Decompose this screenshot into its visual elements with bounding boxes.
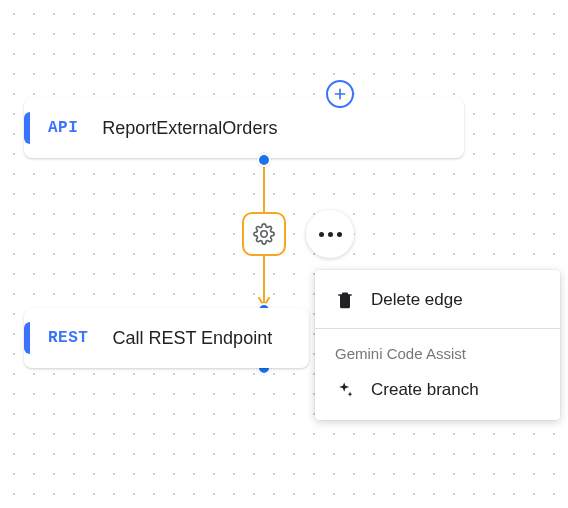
edge-more-button[interactable] [306, 210, 354, 258]
menu-item-label: Create branch [371, 380, 479, 400]
menu-item-label: Delete edge [371, 290, 463, 310]
node-api[interactable]: API ReportExternalOrders [24, 98, 464, 158]
add-node-button[interactable] [326, 80, 354, 108]
edge-settings-button[interactable] [242, 212, 286, 256]
gear-icon [253, 223, 275, 245]
flow-canvas[interactable]: API ReportExternalOrders REST Call REST … [0, 0, 568, 508]
kebab-dot [319, 232, 324, 237]
menu-item-create-branch[interactable]: Create branch [315, 368, 560, 412]
kebab-dot [328, 232, 333, 237]
edge-context-menu: Delete edge Gemini Code Assist Create br… [315, 270, 560, 420]
kebab-dot [337, 232, 342, 237]
port-out-api[interactable] [257, 153, 271, 167]
node-rest[interactable]: REST Call REST Endpoint [24, 308, 309, 368]
node-title: ReportExternalOrders [102, 118, 277, 139]
menu-item-delete-edge[interactable]: Delete edge [315, 278, 560, 322]
node-title: Call REST Endpoint [112, 328, 272, 349]
trash-icon [335, 290, 355, 310]
node-type-tag: API [48, 119, 78, 137]
menu-section-header: Gemini Code Assist [315, 335, 560, 368]
menu-divider [315, 328, 560, 329]
node-type-tag: REST [48, 329, 88, 347]
node-accent [24, 112, 30, 144]
node-accent [24, 322, 30, 354]
sparkle-icon [335, 380, 355, 400]
plus-icon [332, 86, 348, 102]
